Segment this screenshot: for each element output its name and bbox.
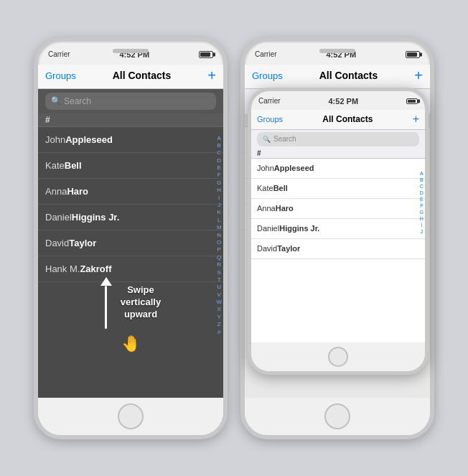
arrow-shaft: [105, 286, 107, 329]
front-nav-title: All Contacts: [322, 114, 373, 124]
right-front-phone: Carrier 4:52 PM Groups All Contacts + 🔍 …: [248, 88, 429, 375]
front-add-button[interactable]: +: [413, 113, 419, 125]
front-carrier: Carrier: [258, 97, 281, 105]
list-item[interactable]: John Appleseed: [38, 127, 223, 153]
back-time: 4:52 PM: [326, 50, 356, 59]
left-status-bar: Carrier 4:52 PM: [38, 42, 223, 65]
right-stack: Carrier 4:52 PM Groups All Contacts + 🔍 …: [240, 37, 434, 439]
list-item[interactable]: Hank M. Zakroff: [38, 256, 223, 282]
list-item[interactable]: David Taylor: [251, 239, 425, 259]
list-item[interactable]: Kate Bell: [251, 179, 425, 199]
front-alpha-index[interactable]: ABCDEFGHIJ: [420, 170, 423, 335]
left-time: 4:52 PM: [119, 50, 149, 59]
list-item[interactable]: Anna Haro: [251, 199, 425, 219]
swipe-arrow: [100, 277, 112, 329]
front-search-text: Search: [273, 135, 296, 143]
back-home-button[interactable]: [324, 403, 350, 429]
battery-icon: [406, 98, 418, 104]
back-groups-button[interactable]: Groups: [252, 70, 283, 81]
front-status-bar: Carrier 4:52 PM: [251, 91, 425, 110]
battery-icon: [406, 51, 420, 58]
left-phone: Carrier 4:52 PM Groups All Contacts + 🔍 …: [34, 37, 228, 439]
left-search-text: Search: [64, 96, 91, 106]
list-item[interactable]: Daniel Higgins Jr.: [38, 205, 223, 230]
left-add-button[interactable]: +: [207, 68, 216, 83]
left-groups-button[interactable]: Groups: [45, 70, 76, 81]
list-item[interactable]: Anna Haro: [38, 179, 223, 205]
front-groups-button[interactable]: Groups: [257, 115, 283, 123]
left-nav-title: All Contacts: [113, 70, 172, 81]
list-item[interactable]: Daniel Higgins Jr.: [251, 219, 425, 239]
list-item[interactable]: David Taylor: [38, 230, 223, 256]
back-nav-bar: Groups All Contacts +: [245, 65, 430, 89]
swipe-hand-icon: 🤚: [121, 335, 141, 353]
left-home-button[interactable]: [118, 403, 144, 429]
list-item[interactable]: Kate Bell: [38, 153, 223, 179]
front-search-icon: 🔍: [263, 136, 271, 143]
front-search-inner[interactable]: 🔍 Search: [257, 132, 419, 146]
front-nav-bar: Groups All Contacts +: [251, 110, 425, 130]
front-section-hash: #: [251, 149, 425, 159]
front-home-button[interactable]: [328, 347, 348, 367]
front-search-bar: 🔍 Search: [251, 130, 425, 149]
front-contacts-list: # John Appleseed Kate Bell Anna Haro Dan…: [251, 149, 425, 342]
back-status-bar: Carrier 4:52 PM: [245, 42, 430, 65]
swipe-label: Swipeverticallyupward: [121, 284, 161, 321]
left-carrier: Carrier: [48, 50, 70, 58]
left-search-bar: 🔍 Search: [38, 89, 223, 113]
list-item[interactable]: John Appleseed: [251, 159, 425, 179]
left-phone-bottom: [38, 398, 223, 435]
left-alpha-index[interactable]: ABCDEFGHIJKLMNOPQRSTUVWXYZ#: [216, 135, 222, 391]
front-phone-bottom: [251, 342, 425, 371]
back-carrier: Carrier: [255, 50, 277, 58]
back-battery: [406, 51, 420, 58]
back-nav-title: All Contacts: [319, 70, 378, 81]
back-phone-bottom: [245, 398, 430, 435]
left-nav-bar: Groups All Contacts +: [38, 65, 223, 89]
left-section-hash: #: [38, 113, 223, 127]
left-search-inner[interactable]: 🔍 Search: [45, 93, 216, 110]
left-contacts-list: # John Appleseed Kate Bell Anna Haro Dan…: [38, 113, 223, 398]
back-add-button[interactable]: +: [414, 68, 423, 83]
battery-icon: [199, 51, 213, 58]
left-search-icon: 🔍: [51, 96, 61, 106]
front-time: 4:52 PM: [328, 97, 358, 106]
front-battery: [406, 98, 418, 104]
left-battery: [199, 51, 213, 58]
